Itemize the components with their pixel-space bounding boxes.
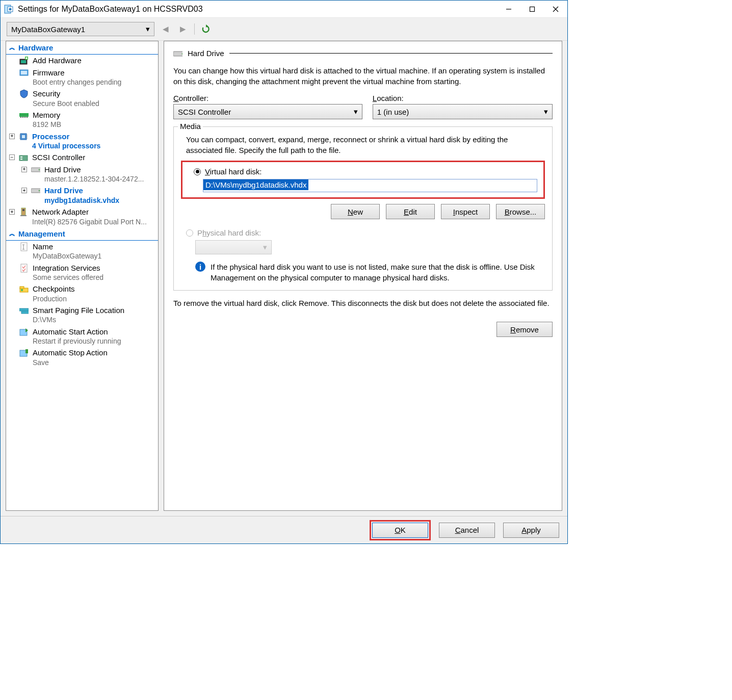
location-dropdown[interactable]: 1 (in use) ▾ (373, 104, 553, 119)
svg-point-30 (39, 169, 40, 170)
media-legend: Media (178, 122, 203, 131)
sidebar-item-firmware[interactable]: FirmwareBoot entry changes pending (6, 67, 158, 88)
sidebar-item-memory[interactable]: Memory8192 MB (6, 109, 158, 131)
sidebar-item-add-hardware[interactable]: Add Hardware (6, 55, 158, 67)
physical-disk-radio (186, 229, 193, 237)
sidebar-item-processor[interactable]: + Processor4 Virtual processors (6, 131, 158, 152)
svg-rect-13 (19, 113, 29, 114)
svg-rect-17 (27, 117, 28, 118)
svg-rect-49 (173, 51, 182, 56)
collapse-icon[interactable]: − (9, 154, 15, 160)
inspect-button[interactable]: Inspect (441, 204, 490, 219)
firmware-icon (19, 68, 29, 77)
svg-rect-42 (20, 287, 24, 289)
svg-point-2 (9, 8, 12, 10)
svg-rect-28 (20, 159, 22, 160)
svg-rect-8 (21, 60, 26, 63)
toolbar: MyDataBoxGateway1 ▾ ◀ ▶ (1, 18, 567, 41)
sidebar-item-harddrive-2[interactable]: + Hard Drivemydbg1datadisk.vhdx (6, 185, 158, 206)
collapse-icon: ︽ (9, 43, 15, 52)
shield-icon (19, 89, 29, 98)
chevron-down-icon: ▾ (263, 243, 267, 252)
sidebar-item-auto-start[interactable]: Automatic Start ActionRestart if previou… (6, 326, 158, 347)
nav-forward-button[interactable]: ▶ (177, 23, 189, 35)
titlebar: Settings for MyDataBoxGateway1 on HCSSRV… (1, 1, 567, 18)
svg-rect-27 (20, 157, 22, 158)
sidebar-item-name[interactable]: NameMyDataBoxGateway1 (6, 241, 158, 262)
media-description: You can compact, convert, expand, merge,… (186, 134, 545, 155)
controller-dropdown[interactable]: SCSI Controller ▾ (173, 104, 362, 119)
svg-rect-48 (25, 349, 28, 353)
svg-rect-34 (22, 209, 24, 211)
expand-icon[interactable]: + (21, 167, 27, 172)
scsi-icon (19, 153, 28, 162)
checkpoints-icon (19, 284, 29, 294)
management-header[interactable]: ︽ Management (6, 227, 158, 241)
collapse-icon: ︽ (9, 229, 15, 238)
sidebar-item-integration[interactable]: Integration ServicesSome services offere… (6, 262, 158, 283)
svg-point-32 (39, 190, 40, 192)
svg-point-43 (21, 289, 23, 291)
integration-icon (19, 264, 29, 273)
chevron-down-icon: ▾ (544, 107, 548, 116)
vhd-path-input[interactable]: D:\VMs\mydbg1datadisk.vhdx (203, 179, 537, 192)
remove-button[interactable]: Remove (496, 322, 553, 337)
settings-sidebar[interactable]: ︽ Hardware Add Hardware FirmwareBoot ent… (6, 41, 159, 511)
processor-icon (19, 132, 28, 141)
hardware-header[interactable]: ︽ Hardware (6, 41, 158, 55)
app-icon (4, 4, 14, 14)
hard-drive-icon (31, 186, 40, 195)
memory-icon (19, 111, 29, 120)
sidebar-item-smart-paging[interactable]: Smart Paging File LocationD:\VMs (6, 304, 158, 326)
physical-disk-label: Physical hard disk: (197, 228, 261, 237)
vhd-radio[interactable] (194, 168, 201, 175)
edit-button[interactable]: Edit (386, 204, 435, 219)
section-description: You can change how this virtual hard dis… (173, 65, 553, 87)
ok-button[interactable]: OK (372, 523, 428, 538)
expand-icon[interactable]: + (21, 188, 27, 193)
sidebar-item-security[interactable]: SecuritySecure Boot enabled (6, 88, 158, 109)
browse-button[interactable]: Browse... (496, 204, 545, 219)
section-title: Hard Drive (188, 49, 224, 58)
svg-rect-36 (21, 243, 27, 251)
sidebar-item-network[interactable]: + Network AdapterIntel(R) 82576 Gigabit … (6, 206, 158, 227)
sidebar-item-scsi[interactable]: − SCSI Controller (6, 151, 158, 164)
maximize-button[interactable] (520, 1, 544, 17)
refresh-button[interactable] (200, 23, 212, 35)
settings-window: Settings for MyDataBoxGateway1 on HCSSRV… (0, 0, 568, 544)
physical-disk-info: If the physical hard disk you want to us… (211, 262, 545, 283)
hard-drive-icon (31, 165, 40, 174)
nav-back-button[interactable]: ◀ (160, 23, 172, 35)
vm-selector-dropdown[interactable]: MyDataBoxGateway1 ▾ (7, 22, 154, 36)
svg-rect-16 (24, 117, 25, 118)
main-panel: Hard Drive You can change how this virtu… (164, 41, 562, 511)
smart-paging-icon (19, 306, 29, 315)
vhd-highlight-box: Virtual hard disk: D:\VMs\mydbg1datadisk… (181, 161, 545, 199)
svg-rect-19 (22, 135, 25, 138)
minimize-button[interactable] (497, 1, 520, 17)
expand-icon[interactable]: + (9, 134, 15, 139)
expand-icon[interactable]: + (9, 209, 15, 215)
chevron-down-icon: ▾ (354, 107, 358, 116)
add-hardware-icon (19, 56, 29, 65)
apply-button[interactable]: Apply (503, 523, 559, 538)
new-button[interactable]: New (331, 204, 380, 219)
chevron-down-icon: ▾ (146, 24, 150, 34)
location-label: Location: (373, 94, 553, 102)
close-button[interactable] (544, 1, 567, 17)
controller-label: Controller: (173, 94, 362, 102)
svg-rect-14 (20, 117, 21, 118)
info-icon: i (195, 262, 205, 272)
vm-selector-value: MyDataBoxGateway1 (11, 25, 85, 34)
sidebar-item-harddrive-1[interactable]: + Hard Drivemaster.1.2.18252.1-304-2472.… (6, 164, 158, 185)
window-title: Settings for MyDataBoxGateway1 on HCSSRV… (18, 5, 497, 14)
sidebar-item-auto-stop[interactable]: Automatic Stop ActionSave (6, 347, 158, 368)
sidebar-item-checkpoints[interactable]: CheckpointsProduction (6, 283, 158, 304)
media-fieldset: Media You can compact, convert, expand, … (173, 126, 553, 291)
network-adapter-icon (19, 208, 28, 217)
toolbar-divider (194, 23, 195, 35)
auto-stop-icon (19, 348, 29, 357)
svg-rect-26 (19, 155, 28, 161)
hard-drive-icon (173, 49, 182, 58)
cancel-button[interactable]: Cancel (439, 523, 495, 538)
